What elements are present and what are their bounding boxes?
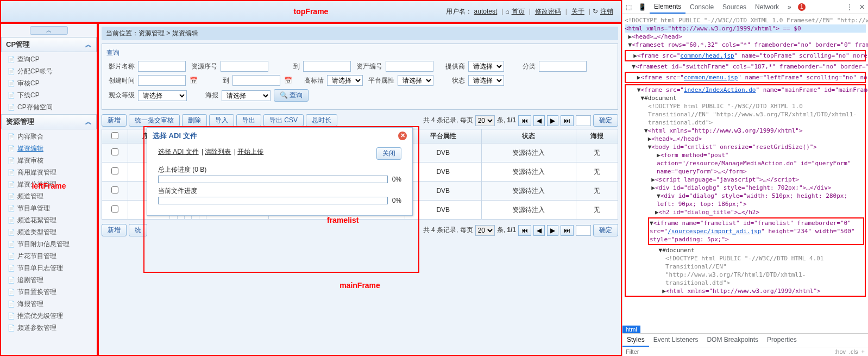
name-input[interactable] [138, 61, 186, 72]
search-button[interactable]: 🔍 查询 [274, 89, 309, 102]
first-page-button[interactable]: ⏮ [518, 115, 531, 126]
clear-list-link[interactable]: 清除列表 [205, 148, 231, 155]
sidebar-item[interactable]: 频道类型管理 [1, 226, 97, 238]
select-adi-link[interactable]: 选择 ADI 文件 [158, 148, 199, 155]
tab-properties[interactable]: Properties [763, 334, 801, 347]
audience-select[interactable]: 请选择 [138, 90, 187, 101]
tab-styles[interactable]: Styles [622, 334, 649, 347]
status-select[interactable]: 请选择 [468, 75, 504, 86]
close-devtools-icon[interactable]: ✕ [856, 1, 868, 13]
toolbar-button[interactable]: 导入 [209, 114, 234, 127]
page-input[interactable] [576, 225, 591, 236]
add-rule-icon[interactable]: + [861, 348, 865, 355]
sidebar-item[interactable]: 媒资审核 [1, 154, 97, 166]
sidebar-item[interactable]: 下线CP [1, 89, 97, 101]
device-icon[interactable]: 📱 [635, 1, 650, 13]
user-link[interactable]: autotest [474, 8, 498, 15]
next-page-button[interactable]: ▶ [547, 115, 558, 126]
logout-link[interactable]: 注销 [600, 7, 613, 16]
platform-select[interactable]: 请选择 [398, 75, 433, 86]
toolbar-button[interactable]: 删除 [182, 114, 207, 127]
last-page-button[interactable]: ⏭ [561, 115, 574, 126]
sidebar-item[interactable]: 节目附加信息管理 [1, 238, 97, 250]
sidebar-item[interactable]: 节目置换管理 [1, 286, 97, 298]
row-checkbox[interactable] [111, 148, 118, 155]
seq-from-input[interactable] [221, 61, 268, 72]
sidebar-item[interactable]: 商用媒资管理 [1, 166, 97, 178]
tab-eventlisteners[interactable]: Event Listeners [649, 334, 703, 347]
calendar-icon[interactable]: 📅 [189, 77, 198, 84]
tab-elements[interactable]: Elements [650, 1, 685, 14]
createtime-from-input[interactable] [138, 75, 186, 86]
tab-sources[interactable]: Sources [718, 1, 751, 13]
close-icon[interactable]: ✕ [398, 132, 407, 140]
hov-toggle[interactable]: :hov [834, 348, 846, 355]
toolbar-button[interactable]: 新增 [102, 224, 127, 236]
error-badge[interactable]: 1 [798, 3, 806, 11]
prev-page-button[interactable]: ◀ [533, 225, 545, 236]
sidebar-item[interactable]: 海报管理 [1, 298, 97, 310]
pagesize-select[interactable]: 20 [475, 115, 495, 126]
collapse-up-button[interactable]: ︽ [30, 26, 68, 35]
tab-network[interactable]: Network [751, 1, 783, 13]
sidebar-item[interactable]: 节目单日志管理 [1, 262, 97, 274]
asset-input[interactable] [386, 61, 433, 72]
sidebar-item[interactable]: 审核CP [1, 77, 97, 89]
sidebar-section[interactable]: CP管理︽ [1, 37, 97, 52]
row-checkbox[interactable] [111, 167, 118, 174]
createtime-to-input[interactable] [232, 75, 280, 86]
sidebar-item[interactable]: 节目单管理 [1, 202, 97, 214]
sidebar-item[interactable]: 片花节目管理 [1, 250, 97, 262]
about-link[interactable]: 关于 [571, 7, 584, 16]
last-page-button[interactable]: ⏭ [561, 225, 574, 236]
first-page-button[interactable]: ⏮ [518, 225, 531, 236]
go-button[interactable]: 确定 [593, 224, 618, 236]
toolbar-button[interactable]: 导出 CSV [263, 114, 304, 127]
row-checkbox[interactable] [111, 205, 118, 213]
settings-icon[interactable]: ⋮ [843, 1, 856, 13]
sidebar-item[interactable]: 推流优先级管理 [1, 310, 97, 322]
dom-tree[interactable]: <!DOCTYPE html PUBLIC "-//W3C//DTD XHTML… [622, 14, 868, 326]
start-upload-link[interactable]: 开始上传 [237, 148, 263, 155]
filter-input[interactable] [626, 348, 831, 355]
sidebar-item[interactable]: 媒资编辑 [1, 142, 97, 154]
sidebar-item[interactable]: 查询CP [1, 53, 97, 65]
row-checkbox[interactable] [111, 186, 118, 193]
poster-select[interactable]: 请选择 [222, 90, 271, 101]
toolbar-button[interactable]: 总时长 [306, 114, 337, 127]
cls-toggle[interactable]: .cls [849, 348, 858, 355]
tab-console[interactable]: Console [685, 1, 718, 13]
pagesize-select[interactable]: 20 [475, 225, 495, 236]
toolbar-button[interactable]: 统一提交审核 [129, 114, 180, 127]
toolbar-button[interactable]: 导出 [236, 114, 261, 127]
prev-page-button[interactable]: ◀ [533, 115, 545, 126]
sidebar-item[interactable]: 追剧管理 [1, 274, 97, 286]
inspect-icon[interactable]: ⬚ [622, 1, 635, 13]
sidebar-item[interactable]: 频道参数管理 [1, 322, 97, 334]
sidebar-section[interactable]: 资源管理︽ [1, 114, 97, 129]
go-button[interactable]: 确定 [593, 114, 618, 127]
sidebar-item[interactable]: 分配CP帐号 [1, 65, 97, 77]
sidebar-item[interactable]: 频道管理 [1, 190, 97, 202]
provider-select[interactable]: 请选择 [468, 61, 504, 72]
calendar-icon[interactable]: 📅 [284, 77, 292, 84]
close-button[interactable]: 关闭 [376, 147, 401, 160]
sidebar-item[interactable]: CP存储空间 [1, 101, 97, 113]
toolbar-button[interactable]: 新增 [102, 114, 127, 127]
select-all-checkbox[interactable] [111, 132, 118, 139]
left-frame: leftFrame ︽ CP管理︽查询CP分配CP帐号审核CP下线CPCP存储空… [0, 23, 98, 356]
home-link[interactable]: 首页 [512, 7, 525, 16]
changepwd-link[interactable]: 修改密码 [535, 7, 561, 16]
more-tabs[interactable]: » [783, 1, 796, 13]
category-input[interactable] [539, 61, 587, 72]
sidebar-item[interactable]: 频道花絮管理 [1, 214, 97, 226]
sidebar-item[interactable]: 内容聚合 [1, 130, 97, 142]
page-input[interactable] [576, 115, 591, 126]
hd-select[interactable]: 请选择 [327, 75, 363, 86]
mainframe-label: mainFrame [339, 281, 380, 290]
next-page-button[interactable]: ▶ [547, 225, 558, 236]
seq-to-input[interactable] [303, 61, 351, 72]
current-progress-label: 当前文件进度 [158, 186, 401, 196]
tab-dombreakpoints[interactable]: DOM Breakpoints [702, 334, 763, 347]
html-badge[interactable]: html [622, 326, 640, 333]
